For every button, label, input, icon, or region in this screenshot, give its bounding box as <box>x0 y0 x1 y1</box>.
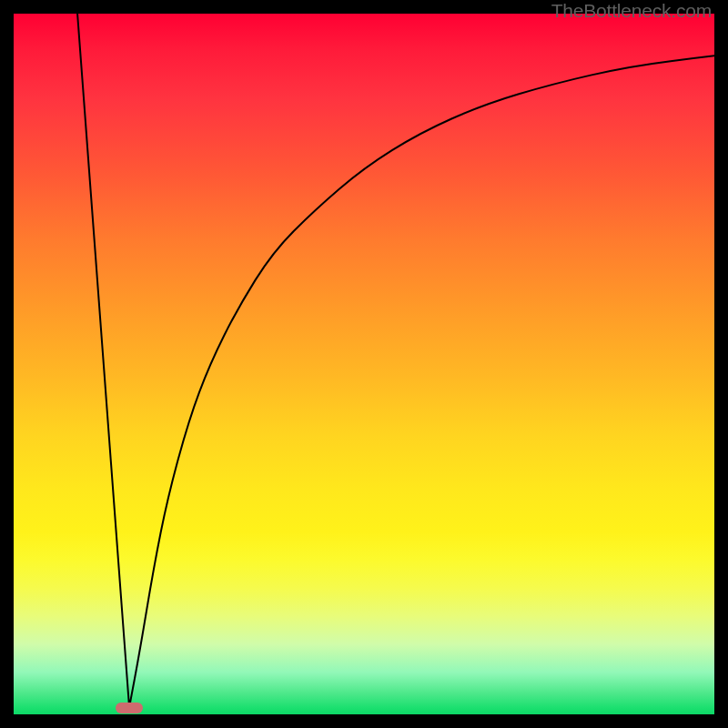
bottleneck-curve <box>14 14 714 714</box>
plot-area <box>14 14 714 714</box>
watermark-text: TheBottleneck.com <box>551 0 712 22</box>
minimum-marker <box>116 703 143 713</box>
chart-container: TheBottleneck.com <box>0 0 728 728</box>
